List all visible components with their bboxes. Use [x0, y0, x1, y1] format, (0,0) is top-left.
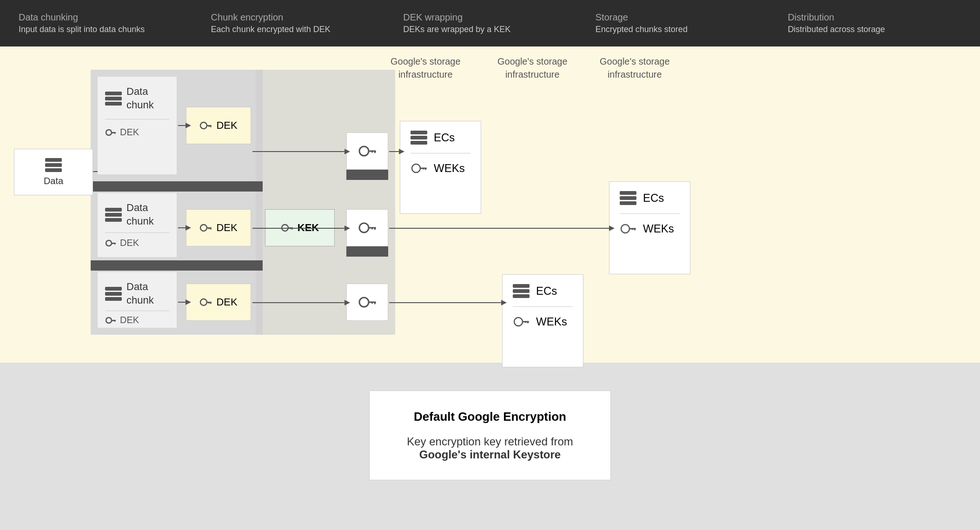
svg-point-44	[621, 225, 629, 233]
svg-rect-42	[425, 168, 426, 170]
storage-1-ecs: ECs	[434, 131, 455, 144]
dek-box-1: DEK	[186, 107, 251, 144]
dek-3-label: DEK	[216, 296, 237, 308]
chunk-1-dek: DEK	[120, 127, 139, 138]
dark-bar-2	[91, 260, 263, 271]
storage-1-weks: WEKs	[434, 162, 465, 175]
svg-rect-15	[208, 125, 210, 127]
legend-description: Key encryption key retrieved from Google…	[393, 435, 587, 461]
svg-rect-3	[113, 132, 114, 133]
svg-rect-47	[632, 228, 633, 230]
storage-1-db-icon	[411, 131, 427, 145]
arrow-key2-storage2	[389, 228, 610, 229]
dek-1-label: DEK	[216, 119, 237, 132]
svg-rect-43	[423, 168, 424, 170]
storage-3-weks: WEKs	[536, 315, 567, 328]
chunk-2-key-icon	[105, 239, 116, 247]
storage-box-2: ECs WEKs	[609, 181, 690, 274]
key-icon-box-3	[346, 284, 388, 321]
svg-rect-46	[634, 228, 636, 231]
arrow-key1-storage1	[389, 151, 400, 152]
svg-point-16	[200, 225, 207, 231]
svg-point-36	[359, 298, 369, 307]
svg-rect-51	[525, 321, 526, 323]
svg-rect-18	[210, 227, 212, 230]
svg-point-28	[359, 146, 369, 156]
svg-rect-31	[371, 151, 373, 153]
storage-box-3: ECs WEKs	[502, 274, 583, 367]
chunk-3-dek: DEK	[120, 315, 139, 325]
data-db-icon	[45, 158, 62, 172]
svg-rect-10	[114, 320, 116, 322]
top-bar: Data chunking Input data is split into d…	[0, 0, 980, 46]
svg-rect-11	[113, 320, 114, 321]
dek-box-2: DEK	[186, 209, 251, 246]
storage-2-ecs: ECs	[643, 192, 664, 205]
chunk-1-key-icon	[105, 128, 116, 137]
svg-point-48	[514, 318, 523, 326]
key-icon-box-1	[346, 132, 388, 170]
svg-rect-30	[374, 151, 376, 153]
chunk-3-label: Datachunk	[126, 280, 154, 307]
arrow-chunk2-dek	[178, 227, 186, 228]
svg-rect-7	[113, 243, 114, 244]
dek-box-3: DEK	[186, 284, 251, 321]
arrow-chunk3-dek	[178, 302, 186, 303]
dek-2-label: DEK	[216, 222, 237, 234]
arrow-dek3-keybox	[252, 302, 345, 303]
data-box: Data	[14, 149, 93, 195]
arrow-key3-storage3	[389, 302, 502, 303]
storage-2-key-icon	[620, 223, 636, 235]
dark-bar-key-1	[346, 170, 388, 180]
chunk-2-label: Datachunk	[126, 201, 154, 228]
data-label: Data	[44, 176, 63, 186]
storage-box-1: ECs WEKs	[400, 121, 481, 214]
svg-rect-22	[210, 302, 212, 304]
legend-area: Default Google Encryption Key encryption…	[0, 363, 980, 530]
svg-point-40	[412, 164, 420, 172]
top-bar-section-3: DEK wrapping DEKs are wrapped by a KEK	[403, 11, 577, 35]
top-bar-section-4: Storage Encrypted chunks stored	[596, 11, 769, 35]
col-label-3: Google's storageinfrastructure	[600, 55, 670, 81]
chunk-3-key-icon	[105, 316, 116, 325]
key-icon-box-2	[346, 209, 388, 246]
chunk-2-dek: DEK	[120, 238, 139, 248]
svg-rect-39	[371, 302, 373, 304]
svg-point-8	[106, 318, 112, 323]
dek-1-key-icon	[199, 121, 212, 130]
svg-rect-23	[208, 302, 210, 304]
key-icon-1	[358, 144, 377, 158]
storage-3-ecs: ECs	[536, 285, 557, 298]
col-label-2: Google's storageinfrastructure	[497, 55, 568, 81]
svg-rect-2	[114, 132, 116, 134]
svg-rect-6	[114, 243, 116, 245]
arrow-dek1-keybox	[252, 151, 345, 152]
key-icon-2	[358, 221, 377, 235]
storage-3-db-icon	[513, 284, 530, 298]
top-bar-section-5: Distribution Distributed across storage	[788, 11, 961, 35]
dark-bar-key-2	[346, 246, 388, 257]
diagram-area: Google's storageinfrastructure Google's …	[0, 46, 980, 363]
storage-3-key-icon	[513, 316, 530, 328]
arrow-dek2-keybox	[252, 228, 345, 229]
dek-2-key-icon	[199, 223, 212, 232]
col-label-1: Google's storageinfrastructure	[391, 55, 461, 81]
top-bar-section-2: Chunk encryption Each chunk encrypted wi…	[211, 11, 385, 35]
storage-2-db-icon	[620, 191, 636, 205]
dek-3-key-icon	[199, 298, 212, 307]
arrow-chunk1-dek	[178, 125, 186, 126]
chunk-1-label: Datachunk	[126, 85, 154, 112]
legend-highlight: Google's internal Keystore	[419, 448, 561, 461]
svg-point-20	[200, 299, 207, 305]
key-icon-3	[358, 295, 377, 309]
svg-rect-35	[371, 227, 373, 230]
svg-point-12	[200, 122, 207, 129]
svg-point-0	[106, 130, 112, 135]
storage-1-key-icon	[411, 162, 427, 174]
svg-rect-34	[374, 227, 376, 230]
storage-2-weks: WEKs	[643, 222, 674, 235]
chunk-box-3: Datachunk DEK	[98, 272, 177, 328]
chunk-box-2: Datachunk DEK	[98, 193, 177, 257]
legend-title: Default Google Encryption	[393, 410, 587, 424]
top-bar-section-1: Data chunking Input data is split into d…	[19, 11, 192, 35]
